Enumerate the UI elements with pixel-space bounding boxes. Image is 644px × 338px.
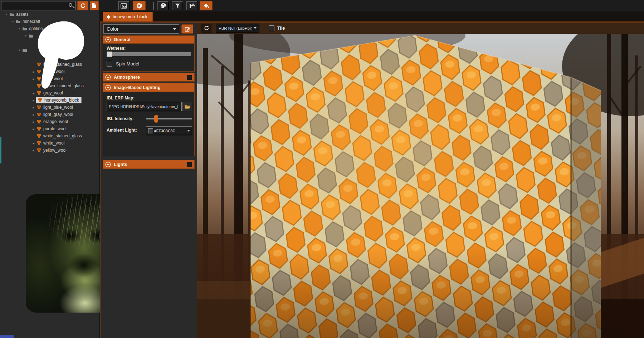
tree-item-label: white_wool <box>43 141 64 146</box>
tree-item-row[interactable]: ▸gray_wool <box>0 89 99 97</box>
tile-checkbox[interactable] <box>269 25 274 31</box>
spin-model-label: Spin Model <box>116 61 139 67</box>
ibl-intensity-slider-handle[interactable] <box>154 115 158 123</box>
expander-arrow-icon[interactable]: ▸ <box>31 91 36 95</box>
tree-item-row[interactable]: ▸orange_wool <box>0 118 99 125</box>
tree-item-row[interactable]: ▸yellow_wool <box>0 147 99 154</box>
expander-arrow-icon[interactable]: ▸ <box>31 120 36 124</box>
chevron-down-icon <box>187 130 190 132</box>
viewport-canvas[interactable] <box>197 34 644 338</box>
expander-arrow-icon[interactable]: ▸ <box>31 77 36 81</box>
tree-item-label: orange_wool <box>43 119 68 124</box>
section-header-lights[interactable]: Lights <box>103 160 195 169</box>
viewport-refresh-button[interactable] <box>201 24 211 33</box>
expander-arrow-icon[interactable]: ▸ <box>31 70 36 74</box>
tree-item-label: light_blue_wool <box>43 105 73 110</box>
tab-honeycomb-block[interactable]: ✱ honeycomb_block <box>103 12 153 21</box>
tree-folder-row[interactable]: ▾ <box>0 32 99 39</box>
material-icon <box>36 148 42 153</box>
pbr-mode-value: PBR Null (LabPbr) <box>219 26 253 30</box>
tree-folder-row[interactable]: ▾ <box>0 46 99 54</box>
folder-icon <box>22 48 27 52</box>
tree-item-label: light_gray_wool <box>43 112 73 117</box>
lights-enable-checkbox[interactable] <box>187 162 192 167</box>
tree-item-row[interactable]: ▸white_wool <box>0 139 99 147</box>
expander-caret-icon[interactable]: ▾ <box>11 20 15 23</box>
expander-arrow-icon[interactable]: ▸ <box>31 141 36 145</box>
tree-spacer-row <box>0 54 99 61</box>
tree-spacer-row <box>0 39 99 46</box>
tab-bar: ✱ honeycomb_block <box>100 11 644 21</box>
tree-item-row[interactable]: ▸honeycomb_block <box>0 97 99 104</box>
palette-button[interactable] <box>157 1 169 10</box>
expander-caret-icon[interactable]: ▾ <box>4 13 9 16</box>
tree-folder-row[interactable]: ▾assets <box>0 11 99 18</box>
expander-arrow-icon[interactable]: ▸ <box>31 106 36 109</box>
tree-folder-row[interactable]: ▾optifine <box>0 25 99 32</box>
folder-icon <box>16 20 21 24</box>
material-icon <box>36 69 42 74</box>
expander-arrow-icon[interactable]: ▸ <box>31 148 36 152</box>
filter-button[interactable] <box>172 1 183 10</box>
edit-layer-button[interactable] <box>181 24 193 34</box>
spin-model-checkbox[interactable] <box>107 61 112 67</box>
search-input[interactable] <box>1 1 76 10</box>
tree-item-label: black_wool <box>43 69 64 74</box>
ibl-intensity-slider[interactable] <box>146 118 192 119</box>
tab-label: honeycomb_block <box>113 14 147 19</box>
node-graph-icon <box>189 3 195 9</box>
section-header-ibl[interactable]: Image-Based Lighting <box>103 83 195 92</box>
expander-caret-icon[interactable]: ▾ <box>24 34 28 38</box>
expander-caret-icon[interactable]: ▾ <box>17 27 21 30</box>
tree-item-label: black_stained_glass <box>43 62 82 67</box>
ambient-color-value: #FF3C3C3C <box>154 129 175 133</box>
tree-folder-label: optifine <box>29 26 43 31</box>
tree-item-row[interactable]: brown_stained_glass <box>0 82 99 89</box>
wetness-slider-handle[interactable] <box>107 52 112 57</box>
material-icon <box>36 76 42 81</box>
expander-arrow-icon[interactable]: ▸ <box>31 127 36 131</box>
tree-item-row[interactable]: ▸light_blue_wool <box>0 104 99 111</box>
refresh-tree-button[interactable] <box>77 1 88 10</box>
tree-item-row[interactable]: ▸light_gray_wool <box>0 111 99 118</box>
material-icon <box>36 133 42 138</box>
viewport-toolbar: PBR Null (LabPbr) Tile <box>197 23 644 34</box>
tree-folder-row[interactable]: ▾minecraft <box>0 18 99 25</box>
ambient-light-color-dropdown[interactable]: #FF3C3C3C <box>146 126 192 135</box>
tree-item-row[interactable]: ▸blue_wool <box>0 75 99 82</box>
pbr-mode-dropdown[interactable]: PBR Null (LabPbr) <box>216 24 259 33</box>
tree-item-row[interactable]: black_stained_glass <box>0 61 99 68</box>
atmosphere-enable-checkbox[interactable] <box>187 75 192 80</box>
browse-erp-map-button[interactable] <box>182 102 192 111</box>
image-view-button[interactable] <box>118 1 130 10</box>
wetness-slider[interactable] <box>107 52 191 56</box>
section-header-general[interactable]: General <box>103 35 195 44</box>
tree-item-row[interactable]: ▸purple_wool <box>0 125 99 132</box>
new-file-button[interactable] <box>90 1 99 10</box>
paint-bucket-button[interactable] <box>200 1 213 10</box>
3d-view-button[interactable] <box>133 1 146 10</box>
ibl-intensity-label: IBL Intensity: <box>107 116 134 121</box>
section-title: Lights <box>114 162 127 167</box>
tree-item-row[interactable]: white_stained_glass <box>0 132 99 139</box>
tree-folder-label: assets <box>16 12 29 17</box>
section-body-general: Wetness: Spin Model <box>103 44 195 72</box>
tree-item-row[interactable]: ▸black_wool <box>0 68 99 75</box>
layer-select-dropdown[interactable]: Color <box>103 24 179 34</box>
section-body-ibl: IBL ERP Map: IBL Intensity: Ambient Ligh… <box>103 92 195 156</box>
expander-arrow-icon[interactable]: ▸ <box>31 113 36 117</box>
ambient-light-label: Ambient Light: <box>107 128 137 133</box>
viewport-3d: PBR Null (LabPbr) Tile <box>197 23 644 338</box>
file-tree-panel: ▾assets▾minecraft▾optifine▾▾black_staine… <box>0 0 99 338</box>
material-icon <box>36 126 42 131</box>
material-icon <box>36 105 42 110</box>
section-header-atmosphere[interactable]: Atmosphere <box>103 73 195 82</box>
tree-item-label: brown_stained_glass <box>43 83 84 88</box>
expander-caret-icon[interactable]: ▾ <box>17 48 21 52</box>
node-graph-button[interactable] <box>186 1 197 10</box>
expander-arrow-icon[interactable]: ▸ <box>31 98 36 102</box>
file-tree: ▾assets▾minecraft▾optifine▾▾black_staine… <box>0 11 99 154</box>
selected-tree-item[interactable]: honeycomb_block <box>36 97 82 103</box>
new-file-icon <box>92 3 97 9</box>
ibl-erp-map-input[interactable] <box>107 102 182 111</box>
